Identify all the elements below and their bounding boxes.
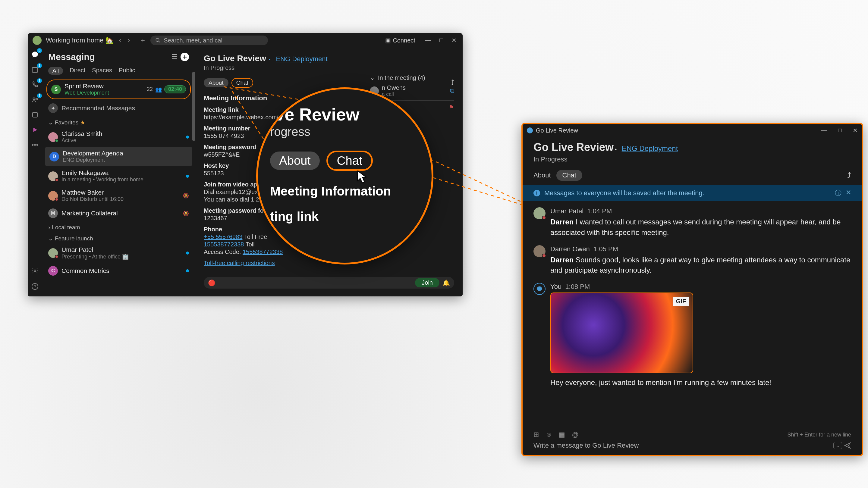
flag-icon: ⚑ — [449, 104, 454, 111]
filter-all[interactable]: All — [48, 67, 63, 75]
recommended-messages[interactable]: ✦ Recommended Messages — [42, 100, 195, 116]
space-item[interactable]: C Common Metrics — [42, 263, 195, 279]
message-author: You — [550, 283, 561, 290]
copy-icon[interactable]: ⧉ — [450, 87, 454, 94]
space-item[interactable]: Clarissa SmithActive — [42, 127, 195, 147]
team-link[interactable]: ENG Deployment — [276, 55, 327, 63]
close-icon[interactable]: ✕ — [852, 127, 858, 134]
join-button[interactable]: Join — [415, 278, 439, 287]
bell-icon[interactable]: 🔔 — [442, 279, 450, 287]
filter-tabs: All Direct Spaces Public — [42, 64, 195, 78]
space-item[interactable]: D Development AgendaENG Deployment — [45, 147, 192, 166]
user-status[interactable]: Working from home 🏡 — [46, 36, 114, 44]
rail-help[interactable]: ? — [30, 282, 39, 291]
lens-tab-about[interactable]: About — [270, 152, 320, 170]
messaging-title: Messaging — [48, 52, 167, 62]
message-avatar[interactable] — [533, 245, 546, 257]
phone-toll[interactable]: 155538772338 — [204, 241, 244, 248]
scrollbar-thumb[interactable] — [192, 72, 195, 141]
filter-public[interactable]: Public — [119, 67, 135, 75]
message-item: Umar Patel 1:04 PM Darren I wanted to ca… — [533, 207, 851, 238]
back-icon[interactable]: ‹ — [119, 36, 121, 44]
participant-count: 22 — [147, 86, 153, 93]
connect-label: Connect — [393, 37, 415, 44]
mention[interactable]: Darren — [550, 218, 574, 226]
filter-icon[interactable]: ☰ — [172, 53, 178, 61]
section-favorites[interactable]: ⌄ Favorites ★ — [42, 116, 195, 127]
minimize-icon[interactable]: — — [425, 37, 431, 44]
titlebar: Working from home 🏡 ‹ › ＋ Search, meet, … — [28, 33, 463, 47]
bell-off-icon: 🔕 — [183, 210, 189, 216]
banner-help-icon[interactable]: ⓘ — [835, 189, 841, 198]
meeting-timer[interactable]: 02:40 — [164, 85, 186, 93]
chat-team-link[interactable]: ENG Deployment — [622, 144, 678, 153]
tab-about[interactable]: About — [533, 171, 551, 179]
attach-icon[interactable]: ⊞ — [533, 431, 539, 438]
space-sprint-review[interactable]: S Sprint Review Web Development 22 👥 02:… — [46, 79, 191, 99]
maximize-icon[interactable]: □ — [838, 127, 842, 134]
nav-rail: 5 1 1 1 ••• — [28, 47, 42, 296]
rail-calls[interactable]: 1 — [30, 80, 39, 89]
search-input[interactable]: Search, meet, and call — [150, 36, 268, 45]
chevron-down-icon: ⌄ — [370, 74, 375, 82]
host-row: n Owensa call ⧉ — [370, 84, 454, 97]
user-status-text: Working from home 🏡 — [46, 36, 114, 44]
phone-toll-free[interactable]: +55 55576983 — [204, 233, 242, 240]
message-avatar-you[interactable] — [533, 283, 546, 295]
message-author: Umar Patel — [550, 207, 584, 215]
send-icon[interactable] — [844, 442, 851, 449]
space-item[interactable]: M Marketing Collateral 🔕 — [42, 205, 195, 221]
in-meeting-row[interactable]: ⌄In the meeting (4) — [370, 74, 454, 82]
svg-point-0 — [156, 38, 159, 41]
forward-icon[interactable]: ⤴ — [847, 171, 851, 180]
filter-spaces[interactable]: Spaces — [92, 67, 112, 75]
svg-line-1 — [159, 41, 160, 42]
space-item[interactable]: Emily NakagawaIn a meeting • Working fro… — [42, 166, 195, 186]
unread-dot — [186, 269, 189, 272]
compose-button[interactable]: ＋ — [181, 53, 189, 61]
connect-button[interactable]: ▣ Connect — [385, 37, 415, 44]
rail-apps[interactable] — [30, 125, 39, 134]
mention[interactable]: Darren — [550, 256, 574, 264]
banner-close-icon[interactable]: ✕ — [846, 189, 851, 198]
rail-settings[interactable] — [30, 266, 39, 275]
tollfree-restrictions-link[interactable]: Toll-free calling restrictions — [204, 260, 275, 266]
tab-chat[interactable]: Chat — [231, 78, 253, 88]
mention-icon[interactable]: @ — [572, 431, 578, 438]
star-icon: ★ — [80, 119, 85, 126]
rail-messaging[interactable]: 5 — [30, 50, 39, 59]
rail-contacts[interactable] — [30, 110, 39, 119]
space-item[interactable]: Umar PatelPresenting • At the office 🏢 — [42, 243, 195, 263]
message-avatar[interactable] — [533, 207, 546, 219]
composer: ⊞ ☺ ▦ @ Shift + Enter for a new line Wri… — [523, 427, 862, 455]
composer-input[interactable]: Write a message to Go Live Review — [533, 442, 833, 450]
gif-icon[interactable]: ▦ — [559, 431, 565, 438]
profile-avatar[interactable] — [33, 36, 41, 45]
forward-icon[interactable]: › — [128, 36, 130, 44]
message-item: Darren Owen 1:05 PM Darren Sounds good, … — [533, 245, 851, 276]
access-code-label: Access Code: — [204, 249, 243, 255]
minimize-icon[interactable]: — — [821, 127, 827, 134]
gif-attachment[interactable]: GIF — [550, 293, 693, 373]
section-feature-launch[interactable]: ⌄ Feature launch — [42, 232, 195, 243]
space-name: Clarissa Smith — [61, 130, 182, 137]
maximize-icon[interactable]: □ — [439, 37, 443, 44]
access-code[interactable]: 155538772338 — [243, 249, 283, 255]
svg-rect-2 — [32, 67, 38, 72]
space-item[interactable]: Matthew BakerDo Not Disturb until 16:00 … — [42, 186, 195, 205]
lens-tab-chat[interactable]: Chat — [327, 151, 373, 171]
tab-about[interactable]: About — [204, 78, 228, 87]
rail-more[interactable]: ••• — [30, 140, 39, 150]
composer-expand-icon[interactable]: ⌄ — [833, 442, 842, 449]
rail-calendar[interactable]: 1 — [30, 65, 39, 74]
tab-chat[interactable]: Chat — [556, 170, 582, 181]
chat-header: Go Live Review • ENG Deployment In Progr… — [523, 137, 862, 163]
emoji-icon[interactable]: ☺ — [546, 431, 552, 438]
close-icon[interactable]: ✕ — [452, 37, 457, 44]
filter-direct[interactable]: Direct — [70, 67, 85, 75]
presence-dot — [55, 255, 59, 258]
section-local-team[interactable]: › Local team — [42, 221, 195, 232]
plus-button[interactable]: ＋ — [140, 36, 146, 45]
rail-teams[interactable]: 1 — [30, 95, 39, 104]
banner-text: Messages to everyone will be saved after… — [544, 189, 704, 197]
